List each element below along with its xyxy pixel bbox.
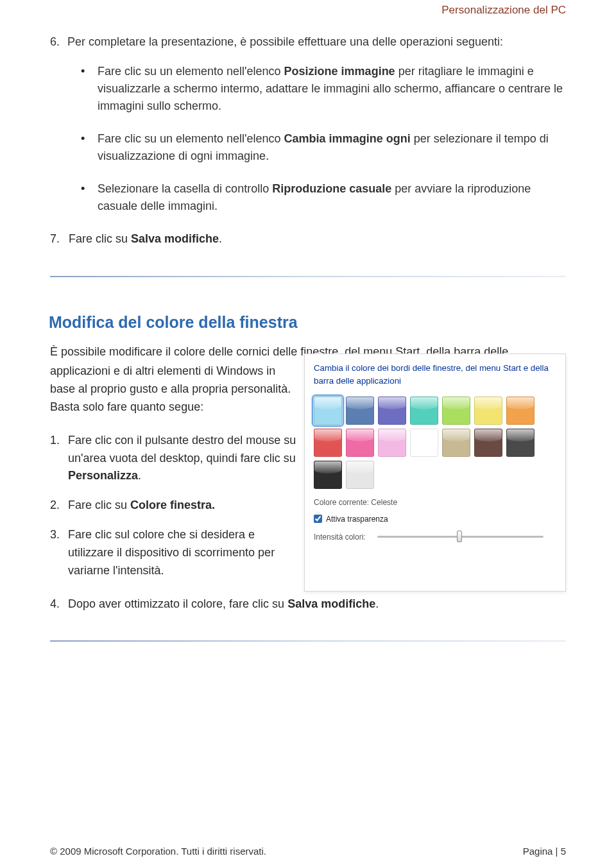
color-swatch-grid xyxy=(314,397,556,489)
color-swatch-0[interactable] xyxy=(314,397,342,425)
lower-step-1-pre: Fare clic con il pulsante destro del mou… xyxy=(68,434,296,465)
step-7-post: . xyxy=(219,232,222,245)
transparency-checkbox[interactable] xyxy=(314,515,322,523)
lower-step-1: 1. Fare clic con il pulsante destro del … xyxy=(50,432,299,486)
slider-thumb[interactable] xyxy=(457,531,462,542)
color-swatch-8[interactable] xyxy=(346,429,374,457)
color-swatch-5[interactable] xyxy=(474,397,502,425)
color-swatch-10[interactable] xyxy=(410,429,438,457)
color-swatch-14[interactable] xyxy=(314,461,342,489)
transparency-checkbox-label: Attiva trasparenza xyxy=(326,515,388,524)
color-swatch-9[interactable] xyxy=(378,429,406,457)
color-swatch-7[interactable] xyxy=(314,429,342,457)
bullet-3-pre: Selezionare la casella di controllo xyxy=(98,182,272,195)
lower-step-4-pre: Dopo aver ottimizzato il colore, fare cl… xyxy=(68,597,287,610)
section-heading: Modifica del colore della finestra xyxy=(49,313,566,332)
color-swatch-3[interactable] xyxy=(410,397,438,425)
step-7-number: 7. xyxy=(50,230,64,248)
color-swatch-1[interactable] xyxy=(346,397,374,425)
bullet-2: Fare clic su un elemento nell'elenco Cam… xyxy=(81,130,566,165)
step-7-bold: Salva modifiche xyxy=(131,232,219,245)
lower-step-2-bold: Colore finestra. xyxy=(130,499,215,511)
lower-step-3: 3. Fare clic sul colore che si desidera … xyxy=(50,526,299,580)
section-intro-rest: applicazioni e di altri elementi di Wind… xyxy=(50,363,299,416)
footer-copyright: © 2009 Microsoft Corporation. Tutti i di… xyxy=(50,846,266,857)
lower-step-2: 2. Fare clic su Colore finestra. xyxy=(50,497,299,515)
step-7: 7. Fare clic su Salva modifiche. xyxy=(50,230,566,248)
color-swatch-2[interactable] xyxy=(378,397,406,425)
footer-page-number: Pagina | 5 xyxy=(523,846,566,857)
step-6: 6. Per completare la presentazione, è po… xyxy=(50,33,566,215)
color-swatch-12[interactable] xyxy=(474,429,502,457)
page-header-title: Personalizzazione del PC xyxy=(50,0,566,17)
lower-step-2-pre: Fare clic su xyxy=(68,499,130,511)
bullet-2-pre: Fare clic su un elemento nell'elenco xyxy=(98,132,284,145)
intensity-slider[interactable] xyxy=(377,536,556,538)
color-swatch-13[interactable] xyxy=(506,429,535,457)
panel-title: Cambia il colore dei bordi delle finestr… xyxy=(314,362,556,388)
bullet-1-bold: Posizione immagine xyxy=(284,65,395,78)
bullet-1-pre: Fare clic su un elemento nell'elenco xyxy=(98,65,284,78)
lower-step-1-bold: Personalizza xyxy=(68,469,138,482)
step-7-pre: Fare clic su xyxy=(69,232,131,245)
bullet-3-bold: Riproduzione casuale xyxy=(272,182,391,195)
color-swatch-11[interactable] xyxy=(442,429,470,457)
intensity-label: Intensità colori: xyxy=(314,533,366,542)
lower-step-1-post: . xyxy=(138,469,141,482)
lower-step-4-bold: Salva modifiche xyxy=(287,597,375,610)
lower-step-2-num: 2. xyxy=(50,497,60,515)
transparency-checkbox-row[interactable]: Attiva trasparenza xyxy=(314,515,556,524)
color-swatch-15[interactable] xyxy=(346,461,374,489)
section-divider xyxy=(50,276,566,277)
lower-step-3-text: Fare clic sul colore che si desidera e u… xyxy=(68,528,275,577)
lower-step-4-post: . xyxy=(375,597,379,610)
current-color-label: Colore corrente: Celeste xyxy=(314,498,556,507)
windows-color-panel: Cambia il colore dei bordi delle finestr… xyxy=(304,354,566,592)
step-6-text: Per completare la presentazione, è possi… xyxy=(67,35,503,48)
bullet-1: Fare clic su un elemento nell'elenco Pos… xyxy=(81,63,566,115)
lower-step-4-num: 4. xyxy=(50,595,60,613)
bullet-2-bold: Cambia immagine ogni xyxy=(284,132,411,145)
color-swatch-6[interactable] xyxy=(506,397,535,425)
lower-step-1-num: 1. xyxy=(50,432,60,450)
section-divider-2 xyxy=(50,640,566,642)
lower-step-4: 4. Dopo aver ottimizzato il colore, fare… xyxy=(50,595,566,613)
step-6-number: 6. xyxy=(50,33,64,50)
color-swatch-4[interactable] xyxy=(442,397,470,425)
bullet-3: Selezionare la casella di controllo Ripr… xyxy=(81,180,566,215)
lower-step-3-num: 3. xyxy=(50,526,60,544)
